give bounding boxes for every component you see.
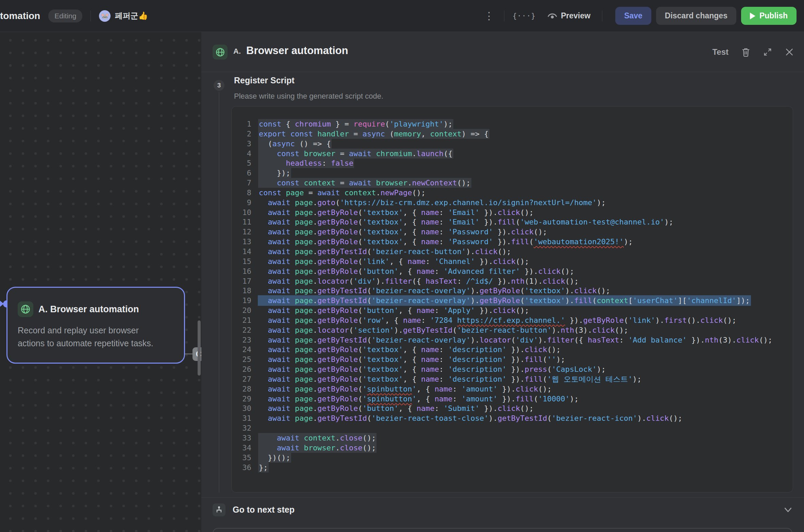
code-line[interactable]: 29 await page.getByRole('spinbutton', { … xyxy=(232,394,793,404)
line-number: 30 xyxy=(232,404,251,414)
code-line[interactable]: 13 await page.getByRole('textbox', { nam… xyxy=(232,237,793,247)
next-step-label[interactable]: Go to next step xyxy=(233,505,295,515)
code-line[interactable]: 24 await page.getByRole('textbox', { nam… xyxy=(232,345,793,355)
code-line[interactable]: 4 const browser = await chromium.launch(… xyxy=(232,149,793,159)
code-line[interactable]: 3 (async () => { xyxy=(232,139,793,149)
line-number: 7 xyxy=(232,178,251,188)
preview-button[interactable]: Preview xyxy=(547,11,590,20)
code-text: await page.getByRole('spinbutton', { nam… xyxy=(259,385,552,393)
code-line[interactable]: 25 await page.getByRole('textbox', { nam… xyxy=(232,355,793,365)
code-line[interactable]: 16 await page.getByRole('button', { name… xyxy=(232,267,793,277)
code-line[interactable]: 8const page = await context.newPage(); xyxy=(232,188,793,198)
code-text: const browser = await chromium.launch({ xyxy=(259,149,453,158)
line-number: 11 xyxy=(232,217,251,227)
line-number: 20 xyxy=(232,306,251,316)
code-line[interactable]: 30 await page.getByRole('button', { name… xyxy=(232,404,793,414)
code-line[interactable]: 32 xyxy=(232,423,793,433)
code-braces-icon[interactable]: {···} xyxy=(513,12,536,20)
code-text: await page.getByRole('textbox', { name: … xyxy=(259,228,547,236)
code-line[interactable]: 31 await page.getByTestId('bezier-react-… xyxy=(232,414,793,423)
test-button[interactable]: Test xyxy=(712,47,728,57)
chevron-down-icon[interactable] xyxy=(783,505,793,514)
code-line[interactable]: 23 await page.getByTestId('bezier-react-… xyxy=(232,335,793,345)
next-section-card[interactable] xyxy=(213,528,792,532)
line-number: 29 xyxy=(232,394,251,404)
discard-changes-button[interactable]: Discard changes xyxy=(656,7,736,25)
code-text: }); xyxy=(259,169,290,177)
code-line[interactable]: 1const { chromium } = require('playwrigh… xyxy=(232,119,793,129)
code-line[interactable]: 6 }); xyxy=(232,168,793,178)
line-number: 34 xyxy=(232,443,251,453)
line-number: 14 xyxy=(232,247,251,257)
kebab-menu-icon[interactable]: ⋮ xyxy=(482,10,496,22)
code-line[interactable]: 35 })(); xyxy=(232,453,793,463)
line-number: 33 xyxy=(232,433,251,443)
code-line[interactable]: 18 await page.getByTestId('bezier-react-… xyxy=(232,286,793,296)
avatar[interactable]: 🐭 xyxy=(99,10,111,22)
code-line[interactable]: 34 await browser.close(); xyxy=(232,443,793,453)
code-line[interactable]: 14 await page.getByTestId('bezier-react-… xyxy=(232,247,793,257)
code-text: await page.getByRole('button', { name: '… xyxy=(259,404,534,413)
line-number: 32 xyxy=(232,423,251,433)
line-number: 28 xyxy=(232,384,251,394)
code-text: await page.getByRole('textbox', { name: … xyxy=(259,375,641,383)
line-number: 21 xyxy=(232,316,251,326)
save-button[interactable]: Save xyxy=(615,7,651,25)
close-icon[interactable] xyxy=(785,48,794,56)
code-text: await page.getByRole('button', { name: '… xyxy=(259,267,574,276)
code-line[interactable]: 15 await page.getByRole('link', { name: … xyxy=(232,257,793,267)
node-description: Record and replay user browser actions t… xyxy=(18,324,153,350)
code-editor[interactable]: 1const { chromium } = require('playwrigh… xyxy=(231,106,793,493)
code-text: const context = await browser.newContext… xyxy=(259,179,471,187)
top-bar: tomation Editing 🐭 페퍼군👍 ⋮ {···} Preview … xyxy=(0,0,804,32)
code-line[interactable]: 2export const handler = async (memory, c… xyxy=(232,129,793,139)
node-title: A. Browser automation xyxy=(38,304,139,315)
code-line[interactable]: 21 await page.getByRole('row', { name: '… xyxy=(232,316,793,326)
line-number: 13 xyxy=(232,237,251,247)
line-number: 18 xyxy=(232,286,251,296)
code-line[interactable]: 27 await page.getByRole('textbox', { nam… xyxy=(232,375,793,384)
canvas-scrollbar[interactable] xyxy=(198,320,201,376)
line-number: 36 xyxy=(232,463,251,473)
workflow-canvas[interactable]: A. Browser automation Record and replay … xyxy=(0,32,201,532)
code-text: await page.getByRole('button', { name: '… xyxy=(259,306,529,315)
line-number: 26 xyxy=(232,365,251,375)
step-number-badge: 3 xyxy=(214,80,224,91)
editing-badge: Editing xyxy=(48,10,82,22)
code-line[interactable]: 22 await page.locator('section').getByTe… xyxy=(232,326,793,335)
code-text: export const handler = async (memory, co… xyxy=(259,130,489,138)
code-line[interactable]: 19 await page.getByTestId('bezier-react-… xyxy=(232,296,793,306)
code-text: await browser.close(); xyxy=(259,444,376,452)
step-title: Register Script xyxy=(234,76,295,85)
line-number: 31 xyxy=(232,414,251,423)
line-number: 1 xyxy=(232,119,251,129)
code-line[interactable]: 5 headless: false xyxy=(232,159,793,168)
code-line[interactable]: 9 await page.goto('https://biz-crm.dmz.e… xyxy=(232,198,793,208)
code-line[interactable]: 26 await page.getByRole('textbox', { nam… xyxy=(232,365,793,375)
panel-header: A. Browser automation Test xyxy=(201,32,804,72)
line-number: 23 xyxy=(232,335,251,345)
code-line[interactable]: 7 const context = await browser.newConte… xyxy=(232,178,793,188)
line-number: 27 xyxy=(232,375,251,384)
code-text: await page.goto('https://biz-crm.dmz.exp… xyxy=(259,198,606,207)
code-line[interactable]: 36}; xyxy=(232,463,793,473)
code-lines: 1const { chromium } = require('playwrigh… xyxy=(232,119,793,472)
code-text: await page.getByRole('textbox', { name: … xyxy=(259,355,565,364)
code-line[interactable]: 11 await page.getByRole('textbox', { nam… xyxy=(232,217,793,227)
globe-icon xyxy=(213,45,228,60)
line-number: 25 xyxy=(232,355,251,365)
preview-label: Preview xyxy=(561,11,590,20)
code-line[interactable]: 33 await context.close(); xyxy=(232,433,793,443)
code-text: }; xyxy=(259,463,268,472)
code-line[interactable]: 10 await page.getByRole('textbox', { nam… xyxy=(232,208,793,218)
code-line[interactable]: 20 await page.getByRole('button', { name… xyxy=(232,306,793,316)
code-text: (async () => { xyxy=(259,139,331,148)
code-text: })(); xyxy=(259,453,290,462)
trash-icon[interactable] xyxy=(741,47,750,57)
code-line[interactable]: 28 await page.getByRole('spinbutton', { … xyxy=(232,384,793,394)
node-card-browser-automation[interactable]: A. Browser automation Record and replay … xyxy=(6,287,185,364)
expand-icon[interactable] xyxy=(763,48,772,56)
code-line[interactable]: 12 await page.getByRole('textbox', { nam… xyxy=(232,227,793,237)
code-line[interactable]: 17 await page.locator('div').filter({ ha… xyxy=(232,277,793,286)
publish-button[interactable]: Publish xyxy=(741,7,797,25)
